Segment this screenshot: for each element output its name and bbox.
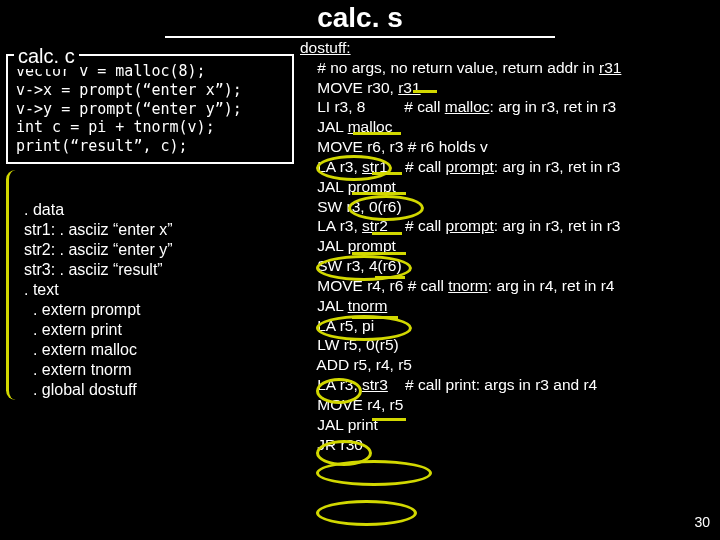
asm-line: . text: [24, 281, 59, 298]
calc-s-line: MOVE r4, r6 # call tnorm: arg in r4, ret…: [300, 277, 614, 294]
calc-s-line: MOVE r6, r3 # r6 holds v: [300, 138, 488, 155]
asm-line: . extern print: [24, 321, 122, 338]
calc-s-line: JAL prompt: [300, 237, 396, 254]
asm-line: . extern malloc: [24, 341, 137, 358]
calc-s-block: dostuff: # no args, no return value, ret…: [300, 38, 621, 454]
asm-line: . data: [24, 201, 64, 218]
calc-s-line: LW r5, 0(r5): [300, 336, 399, 353]
asm-line: . extern prompt: [24, 301, 141, 318]
asm-line: str1: . asciiz “enter x”: [24, 221, 172, 238]
asm-line: str3: . asciiz “result”: [24, 261, 163, 278]
calc-c-line: v->y = prompt(“enter y”);: [16, 100, 284, 119]
calc-s-line: JAL malloc: [300, 118, 392, 135]
calc-c-title: calc. c: [14, 44, 79, 69]
calc-c-line: v->x = prompt(“enter x”);: [16, 81, 284, 100]
calc-c-line: int c = pi + tnorm(v);: [16, 118, 284, 137]
asm-line: . global dostuff: [24, 381, 137, 398]
calc-s-line: # no args, no return value, return addr …: [300, 59, 621, 76]
calc-s-line: LA r3, str3 # call print: args in r3 and…: [300, 376, 597, 393]
calc-c-box: calc. c vector v = malloc(8); v->x = pro…: [6, 54, 294, 164]
page-number: 30: [694, 514, 710, 530]
calc-s-line: SW r3, 4(r6): [300, 257, 402, 274]
calc-c-line: print(“result”, c);: [16, 137, 284, 156]
calc-s-line: LA r3, str2 # call prompt: arg in r3, re…: [300, 217, 620, 234]
calc-s-line: LI r3, 8 # call malloc: arg in r3, ret i…: [300, 98, 616, 115]
calc-s-line: LA r3, str1 # call prompt: arg in r3, re…: [300, 158, 620, 175]
calc-s-line: SW r3, 0(r6): [300, 198, 402, 215]
calc-s-line: JAL tnorm: [300, 297, 387, 314]
slide-title: calc. s: [165, 2, 555, 38]
calc-s-line: MOVE r4, r5: [300, 396, 403, 413]
asm-line: . extern tnorm: [24, 361, 132, 378]
calc-s-line: JAL prompt: [300, 178, 396, 195]
asm-data-block: . data str1: . asciiz “enter x” str2: . …: [24, 200, 172, 400]
calc-s-line: MOVE r30, r31: [300, 79, 421, 96]
calc-s-label: dostuff:: [300, 39, 351, 56]
calc-s-line: ADD r5, r4, r5: [300, 356, 412, 373]
calc-s-line: JAL print: [300, 416, 378, 433]
asm-line: str2: . asciiz “enter y”: [24, 241, 172, 258]
calc-s-line: JR r30: [300, 436, 363, 453]
calc-s-line: LA r5, pi: [300, 317, 374, 334]
